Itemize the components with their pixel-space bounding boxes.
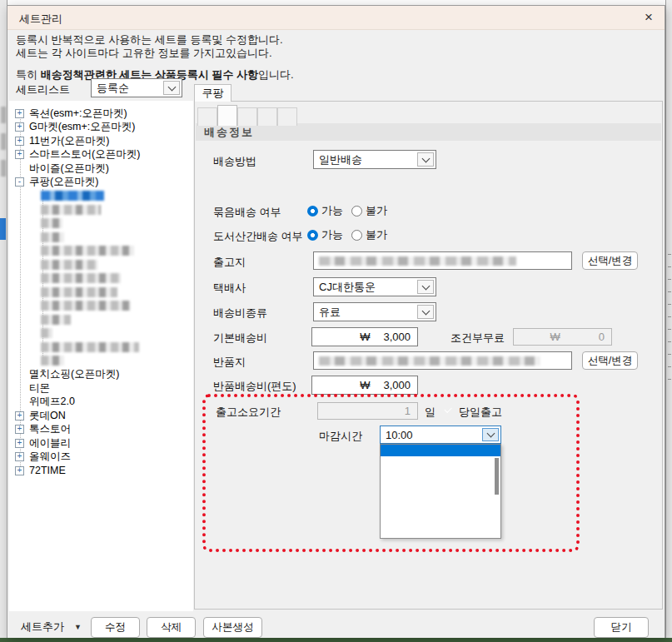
settings-tab-bar	[197, 105, 297, 126]
expand-plus-icon[interactable]: +	[15, 122, 24, 132]
tree-item[interactable]	[9, 231, 192, 245]
blurred-set-name[interactable]	[41, 315, 71, 325]
blurred-address-text	[319, 256, 516, 266]
duplicate-button[interactable]: 사본생성	[203, 617, 262, 638]
expand-plus-icon[interactable]: +	[15, 425, 24, 434]
blurred-set-name[interactable]	[41, 205, 101, 215]
blurred-set-name[interactable]	[41, 287, 117, 297]
courier-select[interactable]: CJ대한통운	[313, 277, 436, 296]
blurred-set-name[interactable]	[41, 218, 62, 228]
close-icon[interactable]: ×	[638, 8, 660, 27]
radio-selected-icon[interactable]	[307, 206, 318, 216]
chevron-down-icon[interactable]	[163, 81, 180, 95]
sort-order-select[interactable]: 등록순	[91, 78, 182, 97]
island-no-label: 불가	[366, 227, 387, 242]
return-select-change-button[interactable]: 선택/변경	[582, 351, 638, 370]
dropdown-option[interactable]	[381, 480, 500, 491]
expand-plus-icon[interactable]: +	[15, 137, 24, 146]
blurred-set-name[interactable]	[41, 232, 64, 242]
deadline-dropdown-list[interactable]	[380, 444, 501, 539]
tree-item[interactable]: + 11번가(오픈마켓)	[9, 134, 192, 148]
chevron-down-icon[interactable]	[417, 280, 434, 294]
expand-plus-icon[interactable]: +	[15, 411, 24, 421]
blurred-set-name[interactable]	[41, 273, 121, 283]
dropdown-option[interactable]	[381, 491, 500, 503]
settings-tab[interactable]	[257, 107, 277, 126]
tree-item[interactable]: + 옥션(esm+:오픈마켓)	[9, 107, 192, 121]
tab-coupang[interactable]: 쿠팡	[194, 84, 231, 102]
tree-item[interactable]	[9, 203, 192, 217]
tree-item[interactable]: + G마켓(esm+:오픈마켓)	[9, 121, 192, 135]
tree-item-label: 바이즐(오픈마켓)	[29, 162, 109, 176]
tree-item[interactable]: 멸치쇼핑(오픈마켓)	[9, 368, 192, 382]
bundle-yes-label: 가능	[321, 203, 343, 218]
tree-item[interactable]: + 톡스토어	[9, 423, 192, 437]
tree-item[interactable]: - 쿠팡(오픈마켓)	[9, 176, 192, 190]
return-address-field[interactable]	[313, 351, 572, 370]
edit-button[interactable]: 수정	[91, 617, 140, 638]
radio-selected-icon[interactable]	[307, 230, 318, 241]
add-set-dropdown-button[interactable]: 세트추가 ▼	[14, 617, 87, 637]
blurred-set-name[interactable]	[41, 246, 134, 256]
blurred-set-name[interactable]	[41, 328, 52, 338]
tree-item[interactable]	[9, 341, 192, 355]
tree-item[interactable]: 위메프2.0	[9, 396, 192, 410]
tree-item[interactable]	[9, 216, 192, 231]
blurred-set-name[interactable]	[41, 301, 131, 311]
base-fee-field[interactable]: ₩ 3,000	[311, 327, 418, 346]
tree-item[interactable]	[9, 258, 192, 272]
blurred-set-name[interactable]	[41, 356, 64, 366]
dropdown-option[interactable]	[381, 515, 500, 526]
settings-tab[interactable]	[237, 107, 257, 126]
tree-item[interactable]	[9, 189, 192, 203]
dropdown-scrollbar-thumb[interactable]	[495, 458, 499, 495]
tree-item[interactable]: + 올웨이즈	[9, 450, 192, 465]
blurred-set-name[interactable]	[41, 342, 139, 352]
expand-plus-icon[interactable]: +	[15, 439, 24, 448]
delete-button[interactable]: 삭제	[147, 617, 196, 638]
settings-tab[interactable]	[277, 107, 297, 126]
dropdown-arrow-icon: ▼	[74, 623, 82, 631]
tree-item[interactable]	[9, 271, 192, 286]
settings-tab[interactable]	[217, 105, 237, 126]
tree-item[interactable]: + 스마트스토어(오픈마켓)	[9, 148, 192, 162]
tree-item[interactable]: + 에이블리	[9, 436, 192, 450]
return-fee-field[interactable]: ₩ 3,000	[311, 376, 418, 395]
shipping-method-value: 일반배송	[314, 152, 416, 167]
tree-item[interactable]	[9, 354, 192, 368]
settings-tab[interactable]	[197, 107, 217, 126]
dropdown-option[interactable]	[381, 456, 500, 468]
collapse-minus-icon[interactable]: -	[15, 177, 24, 187]
dropdown-option[interactable]	[381, 445, 500, 456]
blurred-set-name[interactable]	[41, 260, 97, 270]
chevron-down-icon[interactable]	[417, 305, 434, 319]
tree-item[interactable]: + 롯데ON	[9, 409, 192, 423]
section-header: 배송정보	[196, 123, 661, 141]
radio-unselected-icon[interactable]	[351, 230, 362, 241]
dropdown-option[interactable]	[381, 526, 500, 538]
expand-plus-icon[interactable]: +	[15, 150, 24, 159]
origin-select-change-button[interactable]: 선택/변경	[582, 251, 638, 270]
tree-item[interactable]: 티몬	[9, 381, 192, 396]
blurred-set-name[interactable]	[41, 191, 104, 201]
expand-plus-icon[interactable]: +	[15, 466, 24, 475]
tree-item[interactable]	[9, 326, 192, 341]
bundle-shipping-label: 묶음배송 여부	[213, 205, 281, 220]
close-button[interactable]: 닫기	[594, 617, 649, 638]
dropdown-option[interactable]	[381, 468, 500, 480]
origin-address-field[interactable]	[313, 251, 572, 270]
radio-unselected-icon[interactable]	[351, 206, 362, 216]
tree-item-label: 스마트스토어(오픈마켓)	[29, 147, 140, 162]
dropdown-option[interactable]	[381, 503, 500, 515]
tree-item[interactable]	[9, 286, 192, 300]
fee-type-select[interactable]: 유료	[313, 302, 436, 321]
chevron-down-icon[interactable]	[417, 152, 434, 167]
tree-item[interactable]	[9, 313, 192, 327]
tree-item[interactable]: 바이즐(오픈마켓)	[9, 162, 192, 176]
tree-item[interactable]	[9, 244, 192, 258]
expand-plus-icon[interactable]: +	[15, 452, 24, 461]
expand-plus-icon[interactable]: +	[15, 109, 24, 118]
shipping-method-select[interactable]: 일반배송	[313, 150, 436, 169]
tree-item[interactable]	[9, 299, 192, 313]
tree-item[interactable]: + 72TIME	[9, 464, 192, 478]
